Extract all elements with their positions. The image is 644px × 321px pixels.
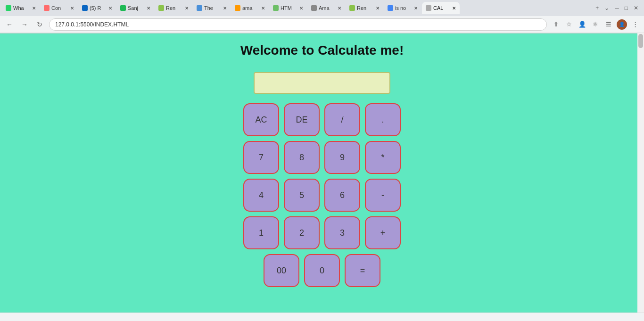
tab-favicon-ren1 [158,5,164,11]
calculator-display [254,72,390,94]
btn-dot[interactable]: . [365,103,401,136]
tab-favicon-calc [426,5,431,11]
minimize-button[interactable]: ─ [613,4,621,12]
tab-bar: Wha ✕ Con ✕ (5) R ✕ Sanj ✕ Ren ✕ The ✕ [0,0,644,16]
tab-label-ama2: Ama [319,5,330,11]
tab-favicon-html [273,5,279,11]
tab-label-whatsapp: Wha [13,5,24,11]
tab-label-html: HTM [281,5,292,11]
address-bar: ← → ↻ ⇧ ☆ 👤 ⚛ ☰ 👤 ⋮ [0,16,644,33]
back-button[interactable]: ← [4,19,15,30]
tab-label-calc: CAL [433,5,443,11]
status-bar [0,313,644,321]
tab-label-amazon: ama [242,5,252,11]
btn-divide[interactable]: / [324,103,360,136]
tab-close-sanj[interactable]: ✕ [145,6,150,11]
btn-00[interactable]: 00 [264,254,299,287]
tab-label-ren2: Ren [357,5,366,11]
maximize-button[interactable]: □ [623,4,630,12]
tab-label-isnot: is no [395,5,406,11]
tab-calc[interactable]: CAL ✕ [422,2,460,14]
reload-button[interactable]: ↻ [34,19,45,30]
btn-9[interactable]: 9 [324,141,360,174]
bottom-row: 00 0 = [264,254,380,287]
toolbar-actions: ⇧ ☆ 👤 ⚛ ☰ 👤 ⋮ [551,19,640,30]
tab-favicon-isnot [388,5,393,11]
tab-sanj[interactable]: Sanj ✕ [116,2,154,14]
tab-close-ren2[interactable]: ✕ [374,6,380,11]
calculator-grid: AC DE / . 7 8 9 * 4 5 6 - 1 2 3 + [243,103,401,249]
tab-favicon-linkedin [82,5,88,11]
tab-label-the: The [204,5,213,11]
tab-close-whatsapp[interactable]: ✕ [30,6,36,11]
page-content: Welcome to Calculate me! AC DE / . 7 8 9… [0,33,644,321]
btn-1[interactable]: 1 [243,216,279,249]
tab-the[interactable]: The ✕ [193,2,231,14]
btn-ac[interactable]: AC [243,103,279,136]
tab-favicon-amazon [235,5,240,11]
tab-close-isnot[interactable]: ✕ [412,6,418,11]
tab-whatsapp[interactable]: Wha ✕ [2,2,40,14]
tab-label-con: Con [51,5,61,11]
forward-button[interactable]: → [19,19,30,30]
btn-0[interactable]: 0 [304,254,340,287]
profile-icon[interactable]: 👤 [577,19,587,30]
btn-4[interactable]: 4 [243,179,279,212]
tab-favicon-ren2 [349,5,355,11]
user-avatar[interactable]: 👤 [617,19,627,30]
btn-8[interactable]: 8 [284,141,320,174]
tab-linkedin[interactable]: (5) R ✕ [78,2,116,14]
tab-ren2[interactable]: Ren ✕ [346,2,383,14]
tab-list-button[interactable]: ⌄ [603,4,611,12]
tab-ama2[interactable]: Ama ✕ [307,2,345,14]
scrollbar-thumb[interactable] [638,34,643,48]
tab-label-linkedin: (5) R [90,5,101,11]
sidebar-toggle[interactable]: ☰ [603,19,614,30]
btn-de[interactable]: DE [284,103,320,136]
browser-chrome: Wha ✕ Con ✕ (5) R ✕ Sanj ✕ Ren ✕ The ✕ [0,0,644,33]
tab-isnot[interactable]: is no ✕ [384,2,421,14]
btn-7[interactable]: 7 [243,141,279,174]
tab-close-linkedin[interactable]: ✕ [107,6,112,11]
tab-favicon-whatsapp [6,5,11,11]
extension-icon[interactable]: ⚛ [590,19,601,30]
btn-2[interactable]: 2 [284,216,320,249]
btn-multiply[interactable]: * [365,141,401,174]
tab-label-sanj: Sanj [128,5,138,11]
tab-amazon[interactable]: ama ✕ [231,2,269,14]
share-icon[interactable]: ⇧ [551,19,561,30]
tab-favicon-con [44,5,50,11]
tab-label-ren1: Ren [166,5,175,11]
tab-favicon-the [197,5,202,11]
btn-minus[interactable]: - [365,179,401,212]
scrollbar[interactable] [637,33,644,321]
tab-close-ren1[interactable]: ✕ [183,6,189,11]
bookmark-icon[interactable]: ☆ [564,19,574,30]
btn-3[interactable]: 3 [324,216,360,249]
btn-equals[interactable]: = [345,254,380,287]
page-title: Welcome to Calculate me! [240,43,404,58]
tab-close-calc[interactable]: ✕ [450,6,456,11]
btn-6[interactable]: 6 [324,179,360,212]
btn-plus[interactable]: + [365,216,401,249]
menu-icon[interactable]: ⋮ [630,19,640,30]
tab-favicon-ama2 [311,5,317,11]
address-input[interactable] [49,18,547,31]
tab-close-ama2[interactable]: ✕ [336,6,341,11]
tab-close-con[interactable]: ✕ [68,6,74,11]
tab-controls: + ⌄ ─ □ ✕ [594,4,642,12]
tab-ren1[interactable]: Ren ✕ [155,2,192,14]
tab-close-amazon[interactable]: ✕ [259,6,265,11]
tab-close-the[interactable]: ✕ [221,6,227,11]
btn-5[interactable]: 5 [284,179,320,212]
new-tab-button[interactable]: + [594,4,601,12]
tab-con[interactable]: Con ✕ [40,2,78,14]
tab-close-html[interactable]: ✕ [297,6,303,11]
window-close-button[interactable]: ✕ [632,4,640,12]
tab-html[interactable]: HTM ✕ [269,2,307,14]
tab-favicon-sanj [120,5,126,11]
